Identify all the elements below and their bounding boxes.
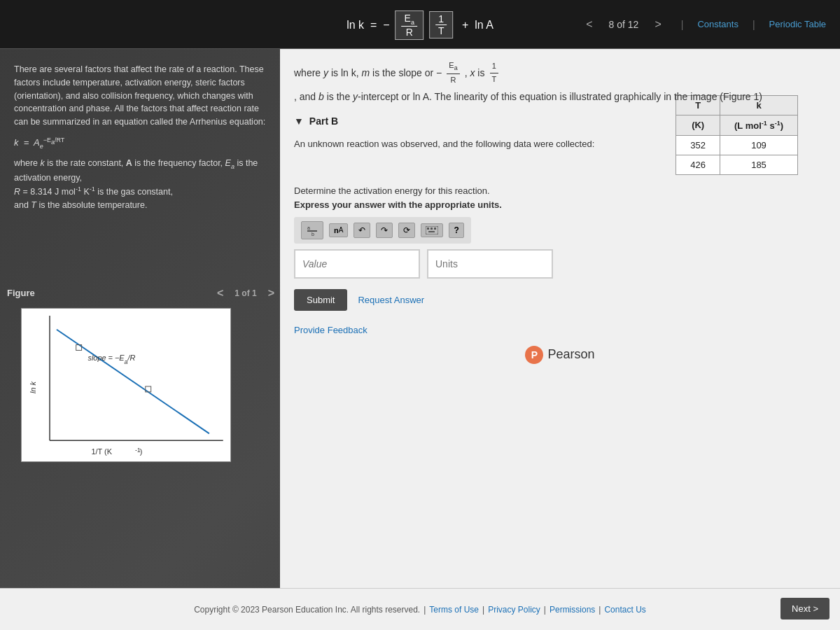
svg-text:b: b xyxy=(312,232,314,237)
figure-graph: slope = −Ea/R ln k 1/T (K ‑1 ) xyxy=(21,308,231,462)
table-row: 426 185 xyxy=(676,155,798,174)
submit-btn[interactable]: Submit xyxy=(294,289,347,311)
svg-rect-18 xyxy=(428,231,435,232)
figure-nav: < 1 of 1 > xyxy=(211,282,280,304)
action-row: Submit Request Answer xyxy=(294,289,826,311)
figure-prev-btn[interactable]: < xyxy=(211,282,229,304)
keyboard-btn[interactable] xyxy=(421,223,443,237)
nA-btn[interactable]: nA xyxy=(329,223,348,237)
table-subheader-k-units: (L mol‑1 s‑1) xyxy=(720,115,798,135)
units-input[interactable] xyxy=(427,249,553,279)
next-button[interactable]: Next > xyxy=(780,598,830,620)
eq-plus-lna: + ln A xyxy=(458,19,493,31)
graph-svg: slope = −Ea/R ln k 1/T (K ‑1 ) xyxy=(22,309,230,461)
main-container: ln k = − Ea R 1 T + ln A < 8 of 12 > | C… xyxy=(0,0,840,630)
svg-text:ln k: ln k xyxy=(29,381,37,393)
top-bar: ln k = − Ea R 1 T + ln A < 8 of 12 > | C… xyxy=(0,0,840,49)
figure-text: Figure xyxy=(7,286,35,300)
copyright-text: Copyright © 2023 Pearson Education Inc. … xyxy=(194,605,420,615)
pearson-p-icon: P xyxy=(525,346,543,364)
redo-btn[interactable]: ↷ xyxy=(376,223,393,238)
sep2: | xyxy=(482,605,484,615)
reset-btn[interactable]: ⟳ xyxy=(398,223,415,238)
figure-next-btn[interactable]: > xyxy=(262,282,280,304)
next-page-btn[interactable]: > xyxy=(649,15,666,34)
separator2: | xyxy=(752,19,755,30)
svg-rect-14 xyxy=(426,226,438,234)
part-b-label: Part B xyxy=(309,115,338,127)
terms-link[interactable]: Terms of Use xyxy=(429,605,479,615)
eq-frac-ea-r: Ea R xyxy=(396,10,424,40)
svg-rect-16 xyxy=(430,227,433,230)
provide-feedback-link[interactable]: Provide Feedback xyxy=(294,325,826,335)
request-answer-link[interactable]: Request Answer xyxy=(358,295,424,305)
table-subheader-K: (K) xyxy=(676,115,720,135)
svg-text:a: a xyxy=(307,225,310,230)
express-text: Express your answer with the appropriate… xyxy=(294,200,826,210)
right-panel: where y is ln k, m is the slope or − Ea … xyxy=(280,49,840,588)
left-panel: There are several factors that affect th… xyxy=(0,49,280,588)
input-toolbar: ab nA ↶ ↷ ⟳ ? xyxy=(294,217,471,244)
privacy-link[interactable]: Privacy Policy xyxy=(488,605,540,615)
table-row: 352 109 xyxy=(676,135,798,155)
determine-text: Determine the activation energy for this… xyxy=(294,186,826,196)
prev-page-btn[interactable]: < xyxy=(580,15,598,34)
nav-controls: < 8 of 12 > | Constants | Periodic Table xyxy=(580,15,826,34)
arrhenius-eq-display: k = Ae xyxy=(14,137,43,148)
frac-1-t-inline: 1 T xyxy=(489,60,498,85)
frac-ea-r-inline: Ea R xyxy=(447,59,459,86)
table-cell-T1: 352 xyxy=(676,135,720,155)
express-strong: Express your answer with the appropriate… xyxy=(294,200,502,210)
eq-lnk: ln k = − xyxy=(346,19,389,31)
page-indicator: 8 of 12 xyxy=(609,19,639,30)
svg-text:): ) xyxy=(140,447,143,456)
constants-link[interactable]: Constants xyxy=(697,19,738,29)
help-btn[interactable]: ? xyxy=(449,223,463,238)
figure-label-row: Figure < 1 of 1 > xyxy=(7,282,280,304)
table-cell-T2: 426 xyxy=(676,155,720,174)
equation-display: ln k = − Ea R 1 T + ln A xyxy=(346,10,493,40)
pearson-logo: P Pearson xyxy=(294,346,826,364)
separator: | xyxy=(424,605,426,615)
input-row xyxy=(294,249,826,279)
sep4: | xyxy=(598,605,601,615)
svg-rect-17 xyxy=(434,227,436,230)
periodic-table-link[interactable]: Periodic Table xyxy=(769,19,826,29)
pearson-text: Pearson xyxy=(547,347,594,362)
table-cell-k2: 185 xyxy=(720,155,798,174)
content-area: There are several factors that affect th… xyxy=(0,49,840,588)
where-b-is: , and b is the y-intercept or ln A. The … xyxy=(294,89,762,104)
svg-text:1/T (K: 1/T (K xyxy=(91,447,112,456)
separator1: | xyxy=(681,19,684,30)
part-b-arrow-icon: ▼ xyxy=(294,115,304,127)
eq-frac-one-t: 1 T xyxy=(429,11,454,38)
footer-bar: Copyright © 2023 Pearson Education Inc. … xyxy=(0,588,840,630)
sep3: | xyxy=(544,605,546,615)
where-text: where y is ln k, m is the slope or − Ea … xyxy=(294,59,826,105)
table-cell-k1: 109 xyxy=(720,135,798,155)
undo-btn[interactable]: ↶ xyxy=(354,223,370,238)
data-table: T k (K) (L mol‑1 s‑1) 352 109 426 xyxy=(676,95,798,175)
where-x-is: , x is xyxy=(465,65,485,80)
svg-rect-15 xyxy=(427,227,429,230)
svg-rect-0 xyxy=(22,309,230,461)
fraction-btn[interactable]: ab xyxy=(301,221,323,239)
intro-paragraph: There are several factors that affect th… xyxy=(14,63,266,129)
where-label: where y is ln k, m is the slope or − xyxy=(294,65,442,80)
variables-desc: where k is the rate constant, A is the f… xyxy=(14,157,266,211)
permissions-link[interactable]: Permissions xyxy=(550,605,595,615)
figure-page: 1 of 1 xyxy=(234,287,256,300)
contact-link[interactable]: Contact Us xyxy=(604,605,645,615)
value-input[interactable] xyxy=(294,249,420,279)
